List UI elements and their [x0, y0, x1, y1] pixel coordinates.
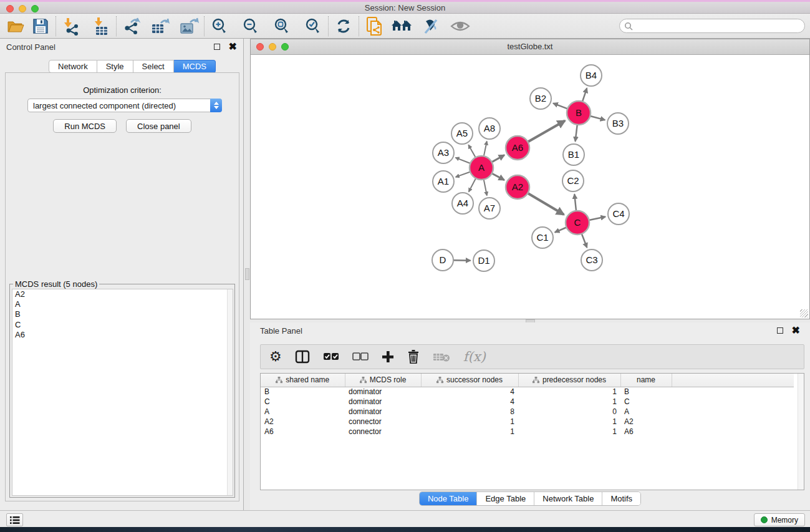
edge-C-C2[interactable] — [574, 194, 576, 211]
result-list-item[interactable]: A — [12, 299, 233, 309]
close-panel-button[interactable]: Close panel — [126, 119, 191, 133]
import-table-icon[interactable] — [90, 16, 112, 37]
node-A4[interactable]: A4 — [452, 193, 473, 214]
column-header-predecessor-nodes[interactable]: predecessor nodes — [518, 374, 620, 387]
deselect-all-icon[interactable] — [352, 347, 369, 366]
select-all-icon[interactable] — [323, 347, 339, 366]
table-cell[interactable]: 4 — [421, 387, 518, 397]
window-resize-grip[interactable] — [800, 309, 808, 317]
zoom-fit-icon[interactable] — [271, 16, 292, 37]
clone-network-icon[interactable] — [364, 16, 385, 37]
node-C1[interactable]: C1 — [532, 227, 553, 248]
edge-B-B1[interactable] — [576, 125, 577, 142]
table-cell[interactable]: A — [261, 407, 345, 417]
table-cell[interactable]: A — [620, 407, 672, 417]
edge-C-C3[interactable] — [582, 234, 587, 248]
export-image-icon[interactable] — [178, 16, 200, 37]
network-window-titlebar[interactable]: testGlobe.txt — [251, 39, 809, 55]
float-table-panel-icon[interactable] — [777, 327, 783, 334]
edge-A-A3[interactable] — [455, 158, 470, 163]
tab-edge-table[interactable]: Edge Table — [476, 492, 534, 505]
table-cell[interactable]: dominator — [345, 387, 421, 397]
edge-B-B4[interactable] — [582, 88, 587, 102]
table-cell[interactable]: B — [261, 387, 345, 397]
table-cell[interactable]: 1 — [518, 397, 620, 407]
import-network-icon[interactable] — [60, 16, 82, 37]
table-cell[interactable]: A6 — [620, 427, 672, 437]
edge-A-A5[interactable] — [468, 145, 475, 157]
table-cell[interactable]: 1 — [518, 427, 620, 437]
edge-A-A1[interactable] — [456, 172, 470, 177]
table-cell[interactable]: dominator — [345, 407, 421, 417]
zoom-in-icon[interactable] — [209, 16, 230, 37]
table-cell[interactable]: C — [620, 397, 672, 407]
node-D1[interactable]: D1 — [473, 250, 494, 271]
node-A7[interactable]: A7 — [479, 198, 500, 219]
close-table-panel-icon[interactable]: ✖ — [792, 327, 800, 334]
edge-A-A8[interactable] — [484, 141, 487, 156]
node-table[interactable]: shared nameMCDS rolesuccessor nodesprede… — [260, 373, 804, 490]
tab-motifs[interactable]: Motifs — [602, 492, 640, 505]
float-panel-icon[interactable] — [214, 44, 220, 50]
node-A1[interactable]: A1 — [433, 171, 454, 192]
open-session-icon[interactable] — [5, 16, 26, 37]
table-cell[interactable]: dominator — [345, 397, 421, 407]
edge-A6-B[interactable] — [528, 121, 565, 142]
edge-C-C1[interactable] — [555, 227, 567, 232]
tab-mcds[interactable]: MCDS — [174, 60, 216, 73]
node-B1[interactable]: B1 — [563, 144, 584, 165]
edge-B-B3[interactable] — [590, 116, 605, 120]
table-cell[interactable]: 1 — [518, 387, 620, 397]
table-cell[interactable]: 4 — [421, 397, 518, 407]
show-columns-icon[interactable] — [295, 347, 310, 366]
table-cell[interactable]: connector — [345, 427, 421, 437]
table-row[interactable]: Adominator80A — [261, 407, 794, 417]
table-scrollbar[interactable] — [798, 374, 804, 490]
neighborhood-icon[interactable] — [391, 16, 412, 37]
table-cell[interactable]: A6 — [261, 427, 345, 437]
node-B4[interactable]: B4 — [581, 65, 602, 86]
result-list-item[interactable]: B — [12, 309, 233, 319]
node-C3[interactable]: C3 — [581, 249, 602, 271]
column-header-shared-name[interactable]: shared name — [261, 374, 345, 387]
result-list-item[interactable]: A2 — [12, 289, 233, 299]
table-cell[interactable]: 0 — [518, 407, 620, 417]
result-list-scrollbar[interactable] — [227, 289, 233, 495]
node-A6[interactable]: A6 — [506, 136, 529, 160]
result-list-item[interactable]: C — [12, 320, 233, 330]
table-cell[interactable]: 1 — [421, 427, 518, 437]
node-C2[interactable]: C2 — [562, 170, 584, 191]
edge-B-B2[interactable] — [553, 104, 567, 109]
node-A[interactable]: A — [470, 156, 493, 180]
tab-node-table[interactable]: Node Table — [420, 492, 477, 505]
node-A3[interactable]: A3 — [433, 142, 454, 163]
edge-C-C4[interactable] — [589, 216, 605, 220]
delete-column-icon[interactable] — [407, 347, 420, 366]
edge-A2-C[interactable] — [528, 193, 564, 215]
node-C[interactable]: C — [566, 211, 589, 235]
table-cell[interactable]: A2 — [620, 417, 672, 427]
edge-A-A6[interactable] — [492, 155, 504, 162]
column-header-successor-nodes[interactable]: successor nodes — [421, 374, 518, 387]
node-B[interactable]: B — [567, 101, 591, 125]
column-header-MCDS-role[interactable]: MCDS role — [345, 374, 421, 387]
node-A5[interactable]: A5 — [451, 123, 473, 144]
node-D[interactable]: D — [432, 249, 453, 271]
apply-layout-icon[interactable] — [333, 16, 354, 37]
table-cell[interactable]: A2 — [261, 417, 345, 427]
edge-A-A2[interactable] — [492, 173, 504, 180]
table-row[interactable]: Cdominator41C — [261, 397, 794, 407]
export-table-icon[interactable] — [150, 16, 171, 37]
zoom-selected-icon[interactable] — [302, 16, 324, 37]
result-list-item[interactable]: A6 — [12, 330, 233, 340]
tab-style[interactable]: Style — [97, 60, 133, 73]
add-column-icon[interactable] — [382, 347, 394, 366]
table-cell[interactable]: C — [261, 397, 345, 407]
search-input[interactable] — [635, 21, 804, 32]
node-A8[interactable]: A8 — [479, 118, 500, 139]
table-cell[interactable]: 1 — [518, 417, 620, 427]
edge-A-A4[interactable] — [469, 178, 476, 192]
run-mcds-button[interactable]: Run MCDS — [53, 119, 117, 133]
table-cell[interactable]: 1 — [421, 417, 518, 427]
zoom-out-icon[interactable] — [240, 16, 261, 37]
